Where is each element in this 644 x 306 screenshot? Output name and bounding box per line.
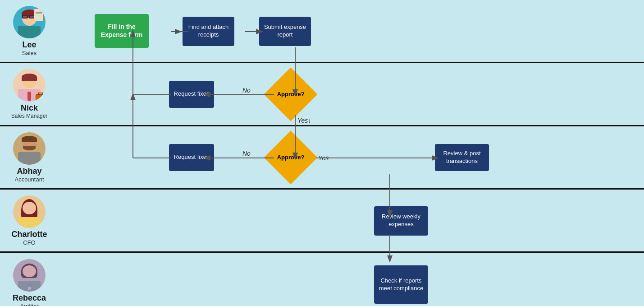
- actor-lee: Lee Sales: [0, 1, 59, 61]
- task-nick-request-fixes: Request fixes: [169, 81, 214, 108]
- actor-role-charlotte: CFO: [23, 239, 35, 246]
- avatar-abhay: [13, 132, 46, 165]
- avatar-nick: [13, 69, 46, 102]
- actor-role-rebecca: Auditor: [20, 303, 38, 306]
- actor-charlotte: Charlotte CFO: [0, 191, 59, 250]
- task-abhay-request-fixes: Request fixes: [169, 144, 214, 171]
- avatar-lee: [13, 6, 46, 38]
- avatar-charlotte: [13, 195, 46, 228]
- actor-nick: Nick Sales Manager: [0, 65, 59, 124]
- actor-abhay: Abhay Accountant: [0, 128, 59, 187]
- actor-name-charlotte: Charlotte: [11, 230, 47, 239]
- actor-name-nick: Nick: [21, 103, 38, 113]
- diamond-abhay-approve: Approve?: [270, 137, 311, 178]
- task-review-post: Review & post transactions: [435, 144, 489, 171]
- task-fill-form: Fill in the Expense form: [95, 14, 149, 48]
- actor-role-abhay: Accountant: [14, 176, 44, 183]
- task-check-compliance: Check if reports meet compliance: [374, 265, 428, 304]
- task-review-weekly: Review weekly expenses: [374, 206, 428, 236]
- diamond-nick-approve: Approve?: [270, 74, 311, 115]
- avatar-rebecca: [13, 259, 46, 292]
- actor-name-rebecca: Rebecca: [13, 293, 46, 303]
- actor-name-lee: Lee: [22, 40, 36, 50]
- actor-role-lee: Sales: [22, 50, 37, 56]
- task-submit-report: Submit expense report: [259, 17, 311, 46]
- actor-rebecca: Rebecca Auditor: [0, 255, 59, 306]
- actor-role-nick: Sales Manager: [11, 113, 48, 119]
- task-attach-receipts: Find and attach receipts: [183, 17, 234, 46]
- actor-name-abhay: Abhay: [17, 167, 41, 176]
